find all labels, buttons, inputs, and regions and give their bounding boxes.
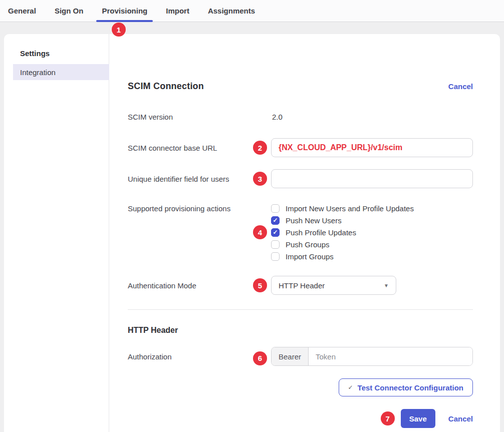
provisioning-actions-row: Supported provisioning actions 4 Import … xyxy=(128,202,473,262)
tab-sign-on[interactable]: Sign On xyxy=(55,0,84,22)
provisioning-card: Settings Integration SCIM Connection Can… xyxy=(4,34,500,432)
auth-mode-label: Authentication Mode xyxy=(128,281,271,290)
checkbox-unchecked[interactable] xyxy=(271,252,280,261)
unique-id-input[interactable] xyxy=(271,169,473,188)
test-connector-configuration-button[interactable]: ✓ Test Connector Configuration xyxy=(339,378,473,396)
checkbox-label: Import Groups xyxy=(286,252,334,261)
unique-id-label: Unique identifier field for users xyxy=(128,175,271,183)
authorization-label: Authorization xyxy=(128,352,271,361)
base-url-row: SCIM connector base URL 2 xyxy=(128,138,473,157)
step-badge-5: 5 xyxy=(253,278,267,292)
step-badge-7: 7 xyxy=(381,411,395,425)
sidebar-heading: Settings xyxy=(20,49,109,58)
tab-assignments[interactable]: Assignments xyxy=(208,0,255,22)
http-header-section-heading: HTTP Header xyxy=(128,326,473,335)
unique-id-row: Unique identifier field for users 3 xyxy=(128,169,473,188)
auth-mode-selected-value: HTTP Header xyxy=(279,281,325,290)
scim-connection-panel: SCIM Connection Cancel SCIM version 2.0 … xyxy=(109,34,500,432)
authorization-input-group: Bearer xyxy=(271,347,473,366)
tab-provisioning[interactable]: Provisioning xyxy=(102,0,147,22)
checkbox-checked[interactable]: ✓ xyxy=(271,216,280,225)
checkbox-label: Push Groups xyxy=(286,240,330,249)
cancel-link-bottom[interactable]: Cancel xyxy=(448,414,473,423)
auth-mode-select[interactable]: HTTP Header ▼ xyxy=(271,276,396,295)
cancel-link-top[interactable]: Cancel xyxy=(448,82,473,91)
tab-general[interactable]: General xyxy=(8,0,36,22)
checkbox-row-push-groups[interactable]: Push Groups xyxy=(271,238,473,250)
check-icon: ✓ xyxy=(348,384,353,391)
settings-sidebar: Settings Integration xyxy=(4,34,109,432)
provisioning-actions-label: Supported provisioning actions xyxy=(128,202,271,213)
checkbox-row-push-profile-updates[interactable]: ✓ Push Profile Updates xyxy=(271,226,473,238)
test-connector-configuration-label: Test Connector Configuration xyxy=(358,383,463,392)
checkbox-unchecked[interactable] xyxy=(271,204,280,213)
step-badge-2: 2 xyxy=(253,141,267,155)
checkbox-row-import-groups[interactable]: Import Groups xyxy=(271,250,473,262)
step-badge-4: 4 xyxy=(253,225,267,239)
bearer-prefix: Bearer xyxy=(272,347,309,365)
step-badge-6: 6 xyxy=(253,351,267,365)
scim-version-row: SCIM version 2.0 xyxy=(128,113,473,121)
auth-mode-row: Authentication Mode 5 HTTP Header ▼ xyxy=(128,276,473,295)
base-url-label: SCIM connector base URL xyxy=(128,144,271,152)
step-badge-1: 1 xyxy=(112,23,126,37)
save-button[interactable]: Save xyxy=(401,409,435,428)
checkbox-label: Import New Users and Profile Updates xyxy=(286,204,414,213)
sidebar-item-integration[interactable]: Integration xyxy=(13,64,109,80)
section-divider xyxy=(128,309,473,310)
app-tab-bar: General Sign On Provisioning Import Assi… xyxy=(0,0,504,22)
token-input[interactable] xyxy=(309,347,472,365)
checkbox-row-import-new-users[interactable]: Import New Users and Profile Updates xyxy=(271,202,473,214)
checkbox-row-push-new-users[interactable]: ✓ Push New Users xyxy=(271,214,473,226)
step-badge-3: 3 xyxy=(253,172,267,186)
scim-version-value: 2.0 xyxy=(271,113,473,121)
chevron-down-icon: ▼ xyxy=(384,283,389,288)
base-url-input[interactable] xyxy=(271,138,473,157)
scim-version-label: SCIM version xyxy=(128,113,271,121)
page-title: SCIM Connection xyxy=(128,81,204,92)
tab-import[interactable]: Import xyxy=(166,0,189,22)
checkbox-label: Push New Users xyxy=(286,216,342,225)
authorization-row: Authorization 6 Bearer xyxy=(128,347,473,366)
checkbox-checked[interactable]: ✓ xyxy=(271,228,280,237)
checkbox-label: Push Profile Updates xyxy=(286,228,356,237)
checkbox-unchecked[interactable] xyxy=(271,240,280,249)
